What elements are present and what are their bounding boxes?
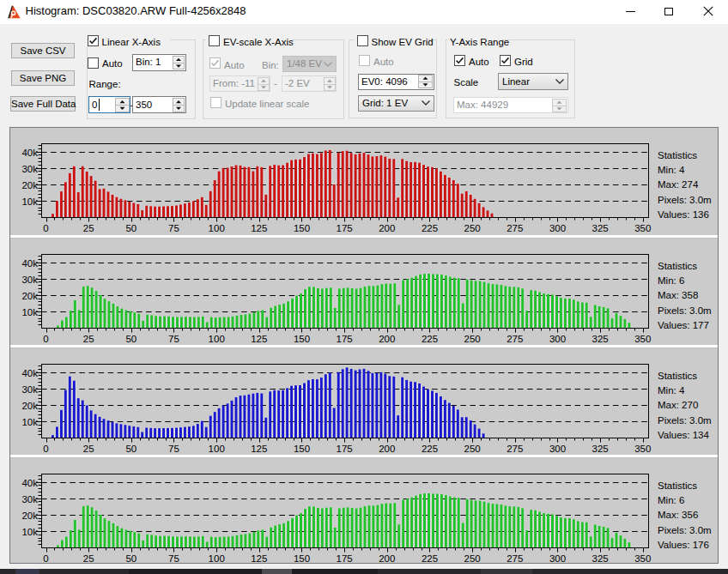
svg-text:125: 125 bbox=[251, 223, 267, 233]
svg-text:50: 50 bbox=[125, 444, 136, 454]
svg-text:225: 225 bbox=[422, 553, 438, 563]
svg-text:Pixels: 3.0m: Pixels: 3.0m bbox=[658, 415, 712, 426]
svg-text:20k: 20k bbox=[21, 291, 38, 301]
svg-text:40k: 40k bbox=[21, 258, 38, 269]
svg-text:325: 325 bbox=[592, 444, 609, 454]
svg-text:200: 200 bbox=[379, 223, 395, 233]
svg-text:Pixels: 3.0m: Pixels: 3.0m bbox=[658, 305, 712, 316]
svg-text:250: 250 bbox=[464, 334, 481, 344]
svg-text:0: 0 bbox=[43, 223, 48, 233]
svg-text:300: 300 bbox=[549, 444, 566, 454]
svg-text:275: 275 bbox=[507, 334, 523, 344]
svg-text:Statistics: Statistics bbox=[658, 150, 697, 160]
svg-text:25: 25 bbox=[83, 334, 94, 344]
svg-text:200: 200 bbox=[379, 334, 395, 344]
svg-text:150: 150 bbox=[294, 553, 310, 563]
svg-text:25: 25 bbox=[83, 553, 94, 563]
svg-text:Min: 6: Min: 6 bbox=[658, 275, 684, 286]
svg-text:150: 150 bbox=[294, 334, 310, 344]
svg-text:Max: 358: Max: 358 bbox=[658, 290, 698, 300]
svg-text:Min: 4: Min: 4 bbox=[658, 165, 685, 175]
svg-text:350: 350 bbox=[634, 223, 651, 233]
svg-text:250: 250 bbox=[464, 223, 481, 233]
svg-text:30k: 30k bbox=[21, 384, 38, 395]
svg-text:Values: 134: Values: 134 bbox=[658, 430, 709, 440]
svg-text:250: 250 bbox=[464, 553, 481, 563]
svg-text:10k: 10k bbox=[21, 307, 38, 317]
svg-text:Max: 356: Max: 356 bbox=[658, 510, 698, 520]
svg-text:30k: 30k bbox=[21, 164, 38, 174]
svg-text:Statistics: Statistics bbox=[658, 261, 697, 271]
svg-text:Pixels: 3.0m: Pixels: 3.0m bbox=[658, 195, 712, 205]
svg-text:225: 225 bbox=[422, 444, 438, 454]
svg-text:150: 150 bbox=[294, 223, 310, 233]
svg-text:25: 25 bbox=[83, 444, 94, 454]
svg-text:Values: 176: Values: 176 bbox=[658, 540, 709, 550]
svg-text:225: 225 bbox=[422, 223, 438, 233]
svg-text:0: 0 bbox=[43, 444, 48, 454]
svg-text:Statistics: Statistics bbox=[658, 371, 697, 381]
svg-text:100: 100 bbox=[209, 334, 225, 344]
svg-text:50: 50 bbox=[125, 334, 136, 344]
svg-text:100: 100 bbox=[209, 553, 225, 563]
svg-text:175: 175 bbox=[337, 553, 353, 563]
svg-text:0: 0 bbox=[43, 334, 48, 344]
svg-text:Pixels: 3.0m: Pixels: 3.0m bbox=[658, 525, 712, 535]
svg-text:350: 350 bbox=[634, 553, 651, 563]
svg-text:275: 275 bbox=[507, 223, 523, 233]
svg-text:10k: 10k bbox=[21, 527, 38, 537]
svg-text:30k: 30k bbox=[21, 275, 38, 285]
svg-text:175: 175 bbox=[337, 444, 353, 454]
svg-text:25: 25 bbox=[83, 223, 94, 233]
svg-text:Max: 270: Max: 270 bbox=[658, 400, 698, 410]
svg-text:Max: 274: Max: 274 bbox=[658, 179, 699, 190]
svg-text:125: 125 bbox=[251, 553, 267, 563]
svg-text:Statistics: Statistics bbox=[658, 480, 697, 491]
svg-text:250: 250 bbox=[464, 444, 481, 454]
svg-text:350: 350 bbox=[634, 334, 651, 344]
svg-text:20k: 20k bbox=[21, 511, 38, 521]
svg-text:175: 175 bbox=[337, 334, 353, 344]
svg-text:175: 175 bbox=[337, 223, 353, 233]
svg-text:100: 100 bbox=[209, 223, 225, 233]
svg-text:225: 225 bbox=[422, 334, 438, 344]
svg-text:Values: 136: Values: 136 bbox=[658, 209, 709, 220]
svg-text:75: 75 bbox=[168, 223, 179, 233]
svg-text:30k: 30k bbox=[21, 494, 38, 505]
svg-text:100: 100 bbox=[209, 444, 225, 454]
svg-text:40k: 40k bbox=[21, 478, 38, 488]
svg-text:325: 325 bbox=[592, 223, 609, 233]
svg-text:10k: 10k bbox=[21, 196, 38, 207]
svg-text:20k: 20k bbox=[21, 401, 38, 411]
svg-text:325: 325 bbox=[592, 553, 609, 563]
svg-text:125: 125 bbox=[251, 444, 267, 454]
svg-text:300: 300 bbox=[549, 553, 566, 563]
svg-text:10k: 10k bbox=[21, 417, 38, 427]
svg-text:50: 50 bbox=[125, 553, 136, 563]
svg-text:20k: 20k bbox=[21, 180, 38, 190]
svg-text:300: 300 bbox=[549, 334, 566, 344]
svg-text:125: 125 bbox=[251, 334, 267, 344]
svg-text:325: 325 bbox=[592, 334, 609, 344]
svg-text:50: 50 bbox=[125, 223, 136, 233]
svg-text:40k: 40k bbox=[21, 148, 38, 158]
svg-text:0: 0 bbox=[43, 553, 48, 563]
svg-text:200: 200 bbox=[379, 444, 395, 454]
svg-text:Min: 4: Min: 4 bbox=[658, 385, 685, 396]
svg-text:40k: 40k bbox=[21, 368, 38, 378]
svg-text:275: 275 bbox=[507, 553, 523, 563]
svg-text:75: 75 bbox=[168, 334, 179, 344]
svg-text:200: 200 bbox=[379, 553, 395, 563]
svg-text:150: 150 bbox=[294, 444, 310, 454]
svg-text:75: 75 bbox=[168, 553, 179, 563]
svg-text:75: 75 bbox=[168, 444, 179, 454]
svg-text:300: 300 bbox=[549, 223, 566, 233]
svg-text:Min: 6: Min: 6 bbox=[658, 495, 684, 505]
svg-text:Values: 177: Values: 177 bbox=[658, 320, 709, 330]
svg-text:350: 350 bbox=[634, 444, 651, 454]
svg-text:275: 275 bbox=[507, 444, 523, 454]
